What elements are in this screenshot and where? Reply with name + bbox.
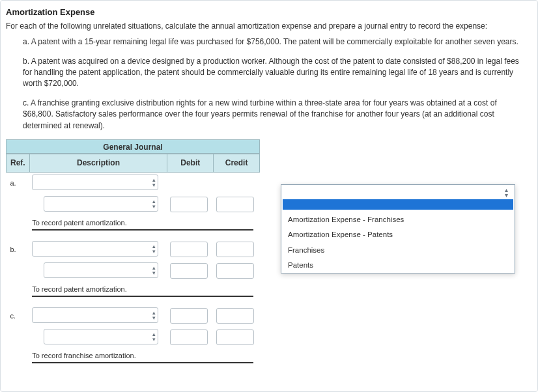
credit-input-b1[interactable] [216, 242, 254, 257]
updown-icon [152, 331, 156, 342]
journal-row [7, 327, 260, 348]
journal-row: b. [7, 239, 260, 260]
dropdown-highlight[interactable] [283, 199, 513, 210]
debit-input-b2[interactable] [170, 263, 208, 279]
account-select-a1[interactable] [32, 175, 158, 190]
col-credit: Credit [214, 154, 260, 172]
updown-icon [152, 199, 156, 209]
memo-a: To record patent amortization. [32, 219, 253, 231]
journal-memo-row: To record patent amortization. [7, 216, 260, 239]
col-ref: Ref. [7, 154, 30, 172]
journal-header-row: Ref. Description Debit Credit [7, 154, 260, 172]
account-select-c1[interactable] [32, 307, 158, 323]
dropdown-option[interactable]: Amortization Expense - Franchises [281, 212, 515, 227]
dropdown-header[interactable] [281, 185, 515, 199]
journal-table: Ref. Description Debit Credit a. [6, 154, 260, 372]
col-debit: Debit [167, 154, 214, 172]
dropdown-option[interactable]: Franchises [281, 243, 515, 258]
updown-icon [152, 177, 156, 188]
account-dropdown[interactable]: Amortization Expense - Franchises Amorti… [281, 184, 515, 273]
debit-input-c2[interactable] [170, 329, 208, 345]
updown-icon [505, 188, 508, 198]
updown-icon [152, 265, 156, 275]
journal-row [7, 194, 260, 216]
journal-row [7, 260, 260, 282]
updown-icon [152, 244, 156, 254]
credit-input-b2[interactable] [216, 263, 254, 279]
instructions: For each of the following unrelated situ… [6, 21, 528, 31]
ref-label: a. [7, 172, 30, 194]
col-description: Description [29, 154, 167, 172]
journal-row: c. [7, 305, 260, 327]
memo-c: To record franchise amortization. [32, 352, 253, 363]
section-title: Amortization Expense [6, 7, 528, 17]
journal-memo-row: To record patent amortization. [7, 282, 260, 305]
debit-input-a[interactable] [170, 197, 208, 212]
account-select-c2[interactable] [44, 329, 158, 344]
general-journal-heading: General Journal [6, 139, 260, 154]
item-b: b. A patent was acquired on a device des… [23, 56, 528, 90]
dropdown-option[interactable]: Amortization Expense - Patents [281, 227, 515, 242]
ref-label: c. [7, 305, 30, 327]
account-select-b2[interactable] [44, 262, 158, 278]
updown-icon [152, 310, 156, 320]
dropdown-option[interactable]: Patents [281, 258, 515, 273]
journal-row: a. [7, 172, 260, 194]
credit-input-a[interactable] [216, 197, 254, 212]
account-select-a2[interactable] [44, 196, 158, 212]
ref-label: b. [7, 239, 30, 260]
debit-input-b1[interactable] [170, 242, 208, 257]
item-c: c. A franchise granting exclusive distri… [23, 98, 528, 132]
debit-input-c1[interactable] [170, 308, 208, 324]
account-select-b1[interactable] [32, 241, 158, 257]
credit-input-c1[interactable] [216, 308, 254, 324]
journal-memo-row: To record franchise amortization. [7, 348, 260, 372]
item-a: a. A patent with a 15-year remaining leg… [23, 36, 528, 48]
memo-b: To record patent amortization. [32, 285, 253, 297]
credit-input-c2[interactable] [216, 329, 254, 345]
